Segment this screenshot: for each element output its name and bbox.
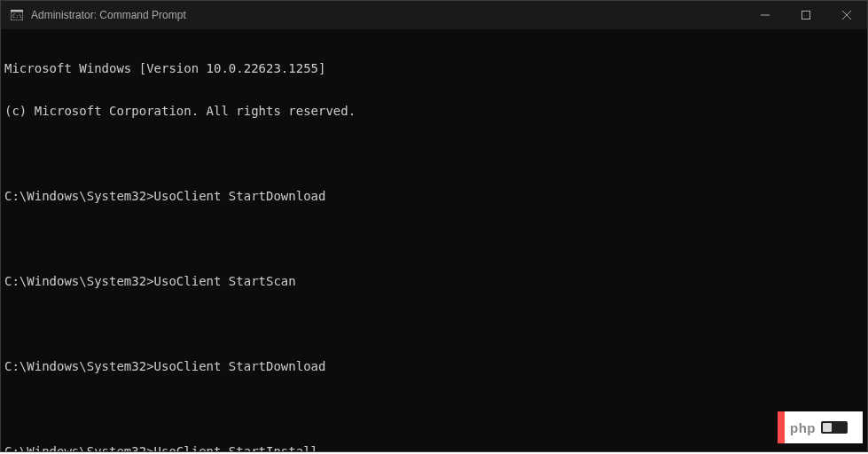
terminal-line: C:\Windows\System32>UsoClient StartScan [4,274,864,288]
terminal-line [4,317,864,331]
minimize-button[interactable] [745,1,786,29]
watermark-badge: php [778,411,863,443]
svg-rect-4 [802,12,810,20]
terminal-line: C:\Windows\System32>UsoClient StartInsta… [4,444,864,451]
window-controls [745,1,867,29]
watermark-text: php [790,420,816,435]
terminal-line [4,146,864,160]
terminal-line [4,231,864,246]
svg-text:C:\: C:\ [12,12,22,19]
terminal-line: C:\Windows\System32>UsoClient StartDownl… [4,189,864,203]
maximize-button[interactable] [786,1,826,29]
terminal-line [4,402,864,416]
terminal-output[interactable]: Microsoft Windows [Version 10.0.22623.12… [1,29,867,451]
command-prompt-icon: C:\ [10,8,24,22]
close-button[interactable] [826,1,867,29]
titlebar[interactable]: C:\ Administrator: Command Prompt [1,1,867,29]
command-prompt-window: C:\ Administrator: Command Prompt Micros… [0,0,868,452]
window-title: Administrator: Command Prompt [31,9,745,21]
terminal-line: C:\Windows\System32>UsoClient StartDownl… [4,359,864,373]
terminal-line: Microsoft Windows [Version 10.0.22623.12… [4,61,864,75]
watermark-pill-icon [821,421,848,434]
terminal-line: (c) Microsoft Corporation. All rights re… [4,104,864,118]
